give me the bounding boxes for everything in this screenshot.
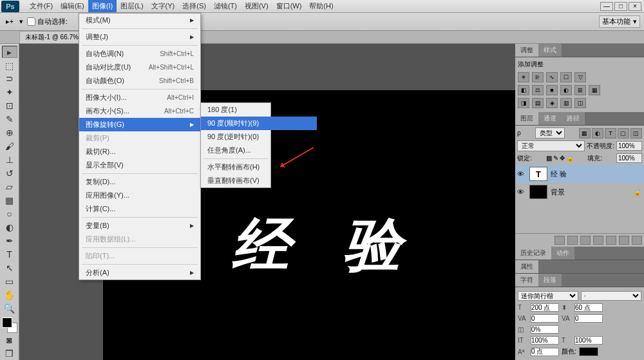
auto-select-checkbox[interactable]: 自动选择: [27,17,68,26]
menu-edit[interactable]: 编辑(E) [57,0,88,12]
opacity-input[interactable] [616,141,642,151]
filter-smart-icon[interactable]: ◫ [630,128,642,138]
menu-file[interactable]: 文件(F) [26,0,57,12]
adj-threshold-icon[interactable]: ◈ [546,98,558,108]
layer-thumbnail[interactable] [529,185,547,199]
menu-image[interactable]: 图像(I) [88,0,117,12]
menu-apply-image[interactable]: 应用图像(Y)... [79,189,200,202]
auto-select-input[interactable] [27,17,35,26]
layer-row[interactable]: 👁 T 经 验 [515,165,644,183]
new-layer-icon[interactable] [619,236,629,245]
adj-exposure-icon[interactable]: ☐ [560,72,572,82]
healing-tool[interactable]: ⊕ [2,127,17,139]
path-tool[interactable]: ↖ [2,261,17,274]
blend-mode-select[interactable]: 正常 [517,140,585,151]
menu-auto-contrast[interactable]: 自动对比度(U)Alt+Shift+Ctrl+L [79,61,200,74]
menu-image-rotation[interactable]: 图像旋转(G)▶ [79,118,200,131]
adj-levels-icon[interactable]: ⊪ [532,72,544,82]
layer-thumbnail[interactable]: T [529,167,547,181]
lock-paint-icon[interactable]: ✎ [553,155,558,162]
baseline-input[interactable] [531,348,559,356]
menu-variables[interactable]: 变量(B)▶ [79,219,200,232]
layer-row[interactable]: 👁 背景 🔒 [515,183,644,201]
menu-filter[interactable]: 滤镜(T) [210,0,241,12]
visibility-icon[interactable]: 👁 [517,170,526,178]
eraser-tool[interactable]: ▱ [2,181,17,193]
eyedropper-tool[interactable]: ✎ [2,113,17,126]
adj-vibrance-icon[interactable]: ▽ [574,72,586,82]
adj-balance-icon[interactable]: ⚖ [532,85,544,95]
menu-duplicate[interactable]: 复制(D)... [79,175,200,189]
menu-view[interactable]: 视图(V) [241,0,272,12]
blur-tool[interactable]: ○ [2,208,17,220]
zoom-tool[interactable]: 🔍 [2,302,17,314]
brush-tool[interactable]: 🖌 [2,140,17,153]
kerning-input[interactable] [531,314,559,323]
menu-text[interactable]: 文字(Y) [147,0,179,12]
screen-mode-tool[interactable]: ❐ [2,347,17,359]
filter-shape-icon[interactable]: ▢ [618,128,629,138]
maximize-button[interactable]: □ [614,2,627,11]
pen-tool[interactable]: ✒ [2,234,17,247]
menu-reveal-all[interactable]: 显示全部(V) [79,158,200,172]
minimize-button[interactable]: — [600,2,613,11]
tab-styles[interactable]: 样式 [538,44,562,57]
menu-auto-color[interactable]: 自动颜色(O)Shift+Ctrl+B [79,74,200,88]
menu-flip-horizontal[interactable]: 水平翻转画布(H) [201,160,317,174]
menu-adjustments[interactable]: 调整(J)▶ [79,30,200,44]
shape-tool[interactable]: ▭ [2,275,17,287]
font-size-input[interactable] [531,303,559,312]
tab-channels[interactable]: 通道 [538,112,562,125]
adj-brightness-icon[interactable]: ☀ [518,72,529,82]
move-tool[interactable]: ▸ [2,46,17,58]
tab-actions[interactable]: 动作 [551,247,574,260]
adj-bw-icon[interactable]: ■ [546,85,558,95]
type-tool[interactable]: T [2,248,17,260]
dodge-tool[interactable]: ◐ [2,222,17,234]
wand-tool[interactable]: ✦ [2,86,17,99]
font-family-select[interactable]: 迷你简行楷 [518,291,578,301]
filter-type-icon[interactable]: T [605,128,616,138]
menu-mode[interactable]: 模式(M)▶ [79,14,200,27]
tab-paragraph[interactable]: 段落 [538,274,562,287]
scale-input[interactable] [531,325,559,334]
close-button[interactable]: × [629,2,641,11]
adj-curves-icon[interactable]: ∿ [546,72,558,82]
dropdown-icon[interactable]: ▾ [19,17,23,26]
menu-rotate-90-cw[interactable]: 90 度(顺时针)(9) [201,117,317,130]
tab-character[interactable]: 字符 [515,274,538,287]
menu-image-size[interactable]: 图像大小(I)...Alt+Ctrl+I [79,91,200,104]
adj-photo-filter-icon[interactable]: ◐ [560,85,572,95]
tracking-input[interactable] [574,314,603,323]
leading-input[interactable] [574,303,603,312]
new-group-icon[interactable] [606,236,616,245]
menu-calculations[interactable]: 计算(C)... [79,202,200,216]
layer-filter-select[interactable]: 类型 [535,128,565,138]
menu-trim[interactable]: 裁切(R)... [79,145,200,158]
adj-mixer-icon[interactable]: ⊞ [574,85,586,95]
menu-rotate-90-ccw[interactable]: 90 度(逆时针)(0) [201,130,317,144]
menu-window[interactable]: 窗口(W) [272,0,306,12]
crop-tool[interactable]: ⊡ [2,100,17,112]
gradient-tool[interactable]: ▦ [2,194,17,207]
lock-transparency-icon[interactable]: ▩ [546,155,552,162]
lock-all-icon[interactable]: 🔒 [566,155,574,162]
tab-history[interactable]: 历史记录 [515,247,551,260]
menu-analysis[interactable]: 分析(A)▶ [79,266,200,279]
adj-hue-icon[interactable]: ◧ [518,85,529,95]
filter-pixel-icon[interactable]: ▦ [579,128,591,138]
workspace-selector[interactable]: 基本功能 ▾ [599,15,640,28]
tab-properties[interactable]: 属性 [515,260,538,273]
delete-layer-icon[interactable] [632,236,642,245]
quick-mask-tool[interactable]: ◙ [2,334,17,346]
menu-canvas-size[interactable]: 画布大小(S)...Alt+Ctrl+C [79,104,200,118]
document-tab[interactable]: 未标题-1 @ 66.7% [19,31,84,44]
layer-mask-icon[interactable] [580,236,591,245]
menu-rotate-180[interactable]: 180 度(1) [201,103,317,117]
adj-posterize-icon[interactable]: ▤ [532,98,544,108]
adj-lookup-icon[interactable]: ▦ [589,85,600,95]
history-brush-tool[interactable]: ↺ [2,167,17,180]
fill-input[interactable] [616,153,642,163]
hscale-input[interactable] [574,336,603,345]
filter-adj-icon[interactable]: ◐ [592,128,603,138]
